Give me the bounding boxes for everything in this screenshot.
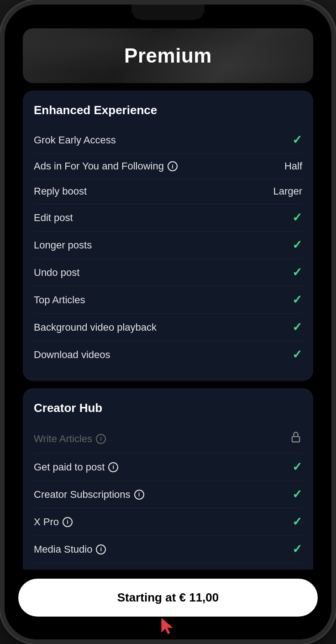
- feature-label-top-articles: Top Articles: [34, 294, 85, 306]
- enhanced-experience-card: Enhanced Experience Grok Early Access ✓ …: [23, 90, 313, 381]
- feature-row-write-articles: Write Articles i: [34, 424, 302, 454]
- enhanced-experience-title: Enhanced Experience: [34, 103, 302, 117]
- creator-hub-card: Creator Hub Write Articles i: [23, 388, 313, 570]
- check-icon-grok: ✓: [292, 133, 302, 147]
- check-icon-media-studio: ✓: [292, 542, 302, 556]
- feature-label-undo-post: Undo post: [34, 267, 79, 279]
- premium-header-card: Premium: [23, 28, 313, 83]
- feature-row-get-paid: Get paid to post i ✓: [34, 454, 302, 481]
- info-icon-media-studio: i: [96, 544, 106, 554]
- feature-label-ads: Ads in For You and Following i: [34, 160, 178, 172]
- cursor-arrow-icon: [161, 618, 175, 635]
- creator-hub-title: Creator Hub: [34, 401, 302, 415]
- cta-label: Starting at € 11,00: [117, 591, 219, 605]
- check-icon-x-pro: ✓: [292, 515, 302, 529]
- feature-row-top-articles: Top Articles ✓: [34, 286, 302, 314]
- info-icon-write-articles: i: [96, 434, 106, 444]
- feature-row-grok: Grok Early Access ✓: [34, 127, 302, 154]
- check-icon-edit-post: ✓: [292, 211, 302, 225]
- feature-row-longer-posts: Longer posts ✓: [34, 232, 302, 259]
- feature-label-longer-posts: Longer posts: [34, 239, 92, 251]
- check-icon-creator-subs: ✓: [292, 487, 302, 501]
- feature-row-ads: Ads in For You and Following i Half: [34, 154, 302, 179]
- check-icon-background-video: ✓: [292, 320, 302, 334]
- screen: Premium Enhanced Experience Grok Early A…: [5, 5, 331, 639]
- phone-notch: [131, 5, 205, 20]
- feature-row-background-video: Background video playback ✓: [34, 314, 302, 341]
- feature-label-grok: Grok Early Access: [34, 134, 116, 146]
- scroll-content: Premium Enhanced Experience Grok Early A…: [5, 23, 331, 570]
- feature-row-reply-boost: Reply boost Larger: [34, 179, 302, 204]
- check-icon-top-articles: ✓: [292, 293, 302, 307]
- feature-value-ads: Half: [284, 160, 302, 172]
- svg-marker-1: [162, 618, 173, 634]
- feature-row-analytics: Analytics i ✓: [34, 563, 302, 570]
- check-icon-get-paid: ✓: [292, 460, 302, 474]
- phone-frame: Premium Enhanced Experience Grok Early A…: [0, 0, 336, 644]
- check-icon-download-videos: ✓: [292, 348, 302, 362]
- info-icon-x-pro: i: [63, 517, 73, 527]
- page-title: Premium: [124, 44, 212, 67]
- feature-row-edit-post: Edit post ✓: [34, 204, 302, 232]
- cta-button[interactable]: Starting at € 11,00: [18, 579, 318, 617]
- feature-label-download-videos: Download videos: [34, 349, 110, 361]
- feature-label-creator-subs: Creator Subscriptions i: [34, 489, 144, 501]
- feature-label-reply-boost: Reply boost: [34, 185, 87, 197]
- feature-row-creator-subs: Creator Subscriptions i ✓: [34, 481, 302, 508]
- check-icon-longer-posts: ✓: [292, 238, 302, 252]
- cta-container: Starting at € 11,00: [5, 570, 331, 639]
- feature-value-reply-boost: Larger: [273, 185, 302, 197]
- check-icon-undo-post: ✓: [292, 265, 302, 280]
- feature-label-write-articles: Write Articles i: [34, 433, 106, 445]
- feature-label-media-studio: Media Studio i: [34, 544, 106, 555]
- lock-icon-write-articles: [289, 431, 302, 447]
- feature-row-download-videos: Download videos ✓: [34, 341, 302, 368]
- feature-row-media-studio: Media Studio i ✓: [34, 536, 302, 563]
- feature-row-undo-post: Undo post ✓: [34, 259, 302, 286]
- info-icon-get-paid: i: [108, 462, 118, 472]
- info-icon-ads: i: [168, 161, 178, 171]
- feature-label-edit-post: Edit post: [34, 212, 73, 224]
- info-icon-creator-subs: i: [134, 490, 144, 500]
- feature-label-get-paid: Get paid to post i: [34, 461, 118, 473]
- feature-label-background-video: Background video playback: [34, 322, 157, 333]
- feature-row-x-pro: X Pro i ✓: [34, 508, 302, 536]
- feature-label-x-pro: X Pro i: [34, 516, 73, 528]
- svg-rect-0: [292, 437, 299, 442]
